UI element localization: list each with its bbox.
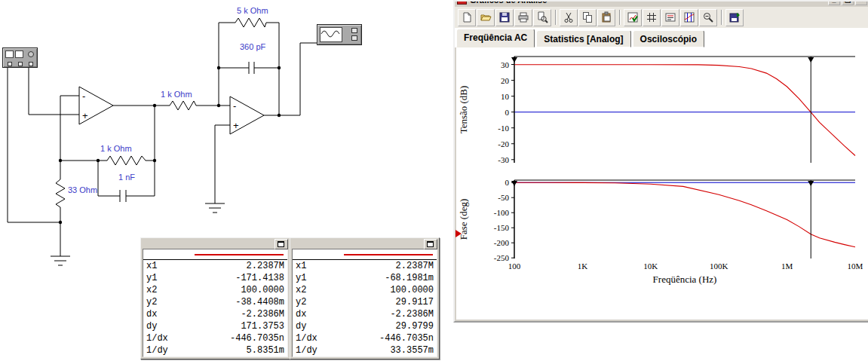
cut-button[interactable] bbox=[560, 9, 578, 26]
row-label: y2 bbox=[296, 296, 306, 308]
resistor-5k-feedback[interactable] bbox=[235, 18, 266, 27]
fg-terminal bbox=[18, 62, 23, 66]
oscilloscope-screen bbox=[320, 27, 342, 42]
open-button[interactable] bbox=[477, 9, 495, 26]
scope-terminal bbox=[351, 28, 357, 33]
row-value: -38.4408m bbox=[235, 296, 284, 308]
function-generator-icon[interactable] bbox=[2, 47, 38, 68]
cursors-button[interactable] bbox=[680, 9, 698, 26]
collapse-button[interactable] bbox=[424, 239, 437, 249]
row-value: -171.4138 bbox=[235, 272, 284, 284]
table-row: 1/dy5.8351m bbox=[143, 344, 287, 356]
cursor-1-handle[interactable] bbox=[808, 181, 814, 186]
row-value: 171.3753 bbox=[241, 320, 284, 332]
row-label: dy bbox=[296, 320, 306, 332]
y-tick-label: 0 bbox=[505, 108, 510, 117]
toolbar-separator bbox=[619, 10, 621, 25]
y-tick-label: 20 bbox=[501, 76, 510, 85]
x-tick-label: 1K bbox=[578, 262, 588, 271]
label-feedback-capacitor[interactable]: 360 pF bbox=[240, 42, 265, 51]
zoom-button[interactable] bbox=[699, 9, 717, 26]
properties-button[interactable] bbox=[624, 9, 642, 26]
cursor-1-handle[interactable] bbox=[808, 57, 814, 63]
maximize-button[interactable]: ❑ bbox=[842, 0, 854, 5]
y-tick-label: -50 bbox=[498, 193, 509, 202]
y-tick-label: 0 bbox=[505, 178, 510, 187]
x-tick-label: 10M bbox=[848, 262, 863, 271]
capacitor-360pf[interactable] bbox=[249, 62, 254, 74]
table-row: x2100.0000 bbox=[143, 284, 287, 296]
label-t-resistor[interactable]: 1 k Ohm bbox=[100, 144, 132, 153]
tab-statistics-analog[interactable]: Statistics [Analog] bbox=[536, 30, 630, 47]
toolbar-separator bbox=[721, 10, 722, 25]
cursor-2-handle[interactable] bbox=[511, 57, 517, 63]
grid-button[interactable] bbox=[643, 9, 661, 26]
table-row: y2-38.4408m bbox=[143, 296, 287, 308]
row-value: -446.7035n bbox=[379, 332, 434, 344]
table-row: dy29.9799 bbox=[293, 320, 437, 332]
row-value: 100.0000 bbox=[241, 284, 284, 296]
oscilloscope-icon[interactable] bbox=[317, 24, 362, 45]
cursor-table-body: x12.2387M y1-171.4138 x2100.0000 y2-38.4… bbox=[143, 249, 288, 357]
cursor-table-titlebar[interactable] bbox=[290, 238, 439, 249]
wires bbox=[8, 23, 317, 256]
x-tick-label: 100K bbox=[710, 262, 728, 271]
ground-symbol-opamp2[interactable] bbox=[205, 203, 225, 213]
chart-page: 3020100-10-20-30Tensão (dB)0-50-100-150-… bbox=[456, 47, 868, 320]
print-button[interactable] bbox=[514, 9, 532, 26]
toolbar-separator bbox=[555, 10, 557, 25]
table-row: x12.2387M bbox=[143, 260, 287, 272]
tab-frequencia-ac[interactable]: Freqüência AC bbox=[456, 29, 535, 47]
table-row: dy171.3753 bbox=[143, 320, 287, 332]
trace-color-swatch bbox=[195, 254, 284, 255]
active-trace-arrow[interactable] bbox=[455, 230, 462, 237]
capacitor-1nf[interactable] bbox=[120, 190, 126, 202]
row-value: -2.2386M bbox=[390, 308, 434, 320]
label-feedback-resistor[interactable]: 5 k Ohm bbox=[237, 6, 268, 15]
label-gain-resistor[interactable]: 33 Ohm bbox=[68, 185, 97, 194]
workspace: - + - + bbox=[0, 0, 868, 364]
fg-terminal bbox=[29, 62, 33, 66]
print-preview-button[interactable] bbox=[533, 9, 551, 26]
fg-terminal bbox=[8, 62, 12, 66]
x-tick-label: 100 bbox=[508, 262, 521, 271]
cursor-table-gain: x12.2387M y1-68.1981m x2100.0000 y229.91… bbox=[290, 237, 440, 359]
opamp1-inverting-sign: - bbox=[82, 90, 85, 102]
close-button[interactable]: × bbox=[855, 0, 867, 5]
opamp-2[interactable]: - + bbox=[230, 96, 264, 134]
opamp1-noninverting-sign: + bbox=[82, 110, 88, 121]
label-series-resistor[interactable]: 1 k Ohm bbox=[161, 90, 192, 99]
resistor-1k-series[interactable] bbox=[170, 101, 196, 110]
row-label: 1/dy bbox=[146, 344, 168, 356]
minimize-button[interactable]: _ bbox=[828, 0, 840, 5]
row-label: y2 bbox=[146, 296, 157, 308]
collapse-button[interactable] bbox=[275, 239, 288, 249]
tab-osciloscopio[interactable]: Osciloscópio bbox=[633, 30, 704, 47]
window-icon bbox=[278, 241, 284, 247]
resistor-33ohm[interactable] bbox=[56, 179, 65, 207]
app-icon bbox=[457, 0, 467, 5]
opamp-1[interactable]: - + bbox=[79, 87, 113, 124]
table-row: 1/dx-446.7035n bbox=[143, 332, 287, 344]
ground-symbol-source[interactable] bbox=[51, 256, 70, 265]
export-button[interactable] bbox=[725, 9, 744, 26]
copy-button[interactable] bbox=[578, 9, 597, 26]
trace-gain bbox=[514, 65, 855, 156]
y-axis-title: Tensão (dB) bbox=[458, 86, 469, 134]
label-t-capacitor[interactable]: 1 nF bbox=[118, 173, 135, 182]
new-button[interactable] bbox=[458, 9, 476, 26]
row-value: 33.3557m bbox=[390, 344, 434, 356]
table-row: dx-2.2386M bbox=[293, 308, 437, 320]
row-label: dx bbox=[146, 308, 157, 320]
row-label: dx bbox=[296, 308, 306, 320]
row-label: y1 bbox=[146, 272, 157, 284]
resistor-1k-t[interactable] bbox=[107, 156, 146, 165]
cursor-table-titlebar[interactable] bbox=[141, 238, 290, 249]
paste-button[interactable] bbox=[597, 9, 615, 26]
cursor-2-handle[interactable] bbox=[511, 181, 517, 186]
save-button[interactable] bbox=[495, 9, 514, 26]
table-row: 1/dy33.3557m bbox=[293, 344, 437, 356]
opamp2-inverting-sign: - bbox=[233, 100, 236, 112]
legend-button[interactable] bbox=[661, 9, 679, 26]
row-value: -68.1981m bbox=[385, 272, 434, 284]
